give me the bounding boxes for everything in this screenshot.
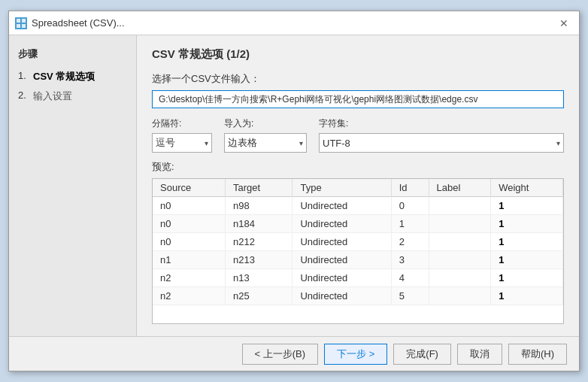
separator-group: 分隔符: 逗号 ▾ <box>152 117 212 153</box>
table-cell: 1 <box>491 215 563 233</box>
col-header-weight: Weight <box>491 179 563 197</box>
table-cell: n0 <box>153 197 226 215</box>
app-icon <box>15 17 27 29</box>
sidebar-item-num-1: 1. <box>18 70 30 81</box>
table-row: n1n213Undirected31 <box>153 251 563 269</box>
table-row: n2n13Undirected41 <box>153 269 563 287</box>
preview-table: Source Target Type Id Label Weight n0n98… <box>153 179 563 305</box>
svg-rect-0 <box>17 19 20 23</box>
help-button[interactable]: 帮助(H) <box>508 344 567 365</box>
table-cell: 5 <box>391 287 429 305</box>
section-title: CSV 常规选项 (1/2) <box>152 47 564 62</box>
charset-arrow-icon: ▾ <box>556 139 560 147</box>
sidebar-item-num-2: 2. <box>18 89 30 101</box>
separator-value: 逗号 <box>156 136 205 150</box>
table-cell: n0 <box>153 233 226 251</box>
table-cell: 1 <box>491 251 563 269</box>
table-cell: n1 <box>153 251 226 269</box>
table-cell: Undirected <box>292 197 391 215</box>
table-row: n2n25Undirected51 <box>153 287 563 305</box>
table-cell <box>429 197 491 215</box>
table-cell <box>429 233 491 251</box>
preview-table-container: Source Target Type Id Label Weight n0n98… <box>152 178 564 324</box>
table-cell <box>429 269 491 287</box>
sidebar: 步骤 1. CSV 常规选项 2. 输入设置 <box>9 35 137 336</box>
options-row: 分隔符: 逗号 ▾ 导入为: 边表格 ▾ 字符集: UTF <box>152 117 564 153</box>
table-cell: 4 <box>391 269 429 287</box>
col-header-target: Target <box>226 179 292 197</box>
dialog-footer: < 上一步(B) 下一步 > 完成(F) 取消 帮助(H) <box>9 336 579 371</box>
table-cell: n212 <box>226 233 292 251</box>
svg-rect-1 <box>22 19 26 23</box>
svg-rect-2 <box>17 24 20 28</box>
separator-arrow-icon: ▾ <box>205 139 208 147</box>
cancel-button[interactable]: 取消 <box>457 344 502 365</box>
table-cell: 2 <box>391 233 429 251</box>
table-cell: 1 <box>491 233 563 251</box>
table-cell: n0 <box>153 215 226 233</box>
finish-button[interactable]: 完成(F) <box>393 344 451 365</box>
table-cell: n2 <box>153 287 226 305</box>
import-as-arrow-icon: ▾ <box>299 139 303 147</box>
table-cell: 1 <box>391 215 429 233</box>
table-row: n0n212Undirected21 <box>153 233 563 251</box>
import-as-value: 边表格 <box>228 136 299 150</box>
sidebar-item-label-2: 输入设置 <box>33 89 72 103</box>
preview-label: 预览: <box>152 160 564 174</box>
main-content: CSV 常规选项 (1/2) 选择一个CSV文件输入： 分隔符: 逗号 ▾ 导入… <box>137 35 579 336</box>
table-cell: Undirected <box>292 215 391 233</box>
sidebar-item-import-settings: 2. 输入设置 <box>18 89 127 103</box>
title-bar: Spreadsheet (CSV)... ✕ <box>9 11 579 35</box>
table-cell: n2 <box>153 269 226 287</box>
table-cell: 0 <box>391 197 429 215</box>
col-header-type: Type <box>292 179 391 197</box>
dialog-title: Spreadsheet (CSV)... <box>32 17 125 29</box>
table-cell: n25 <box>226 287 292 305</box>
charset-select[interactable]: UTF-8 ▾ <box>319 133 564 153</box>
table-cell: Undirected <box>292 233 391 251</box>
sidebar-title: 步骤 <box>18 47 127 61</box>
dialog: Spreadsheet (CSV)... ✕ 步骤 1. CSV 常规选项 2.… <box>8 11 580 371</box>
charset-value: UTF-8 <box>323 138 556 149</box>
import-as-label: 导入为: <box>224 117 307 130</box>
charset-label: 字符集: <box>319 117 564 130</box>
table-body: n0n98Undirected01n0n184Undirected11n0n21… <box>153 197 563 305</box>
col-header-id: Id <box>391 179 429 197</box>
table-cell: n184 <box>226 215 292 233</box>
import-as-select[interactable]: 边表格 ▾ <box>224 133 307 153</box>
col-header-label: Label <box>429 179 491 197</box>
table-cell: n13 <box>226 269 292 287</box>
prev-button[interactable]: < 上一步(B) <box>242 344 319 365</box>
sidebar-item-label-1: CSV 常规选项 <box>33 70 95 83</box>
sidebar-item-csv-options: 1. CSV 常规选项 <box>18 70 127 83</box>
file-path-input[interactable] <box>152 90 564 108</box>
table-cell: Undirected <box>292 251 391 269</box>
table-cell <box>429 251 491 269</box>
table-row: n0n98Undirected01 <box>153 197 563 215</box>
svg-rect-3 <box>22 24 26 28</box>
close-button[interactable]: ✕ <box>555 14 573 32</box>
table-row: n0n184Undirected11 <box>153 215 563 233</box>
next-button[interactable]: 下一步 > <box>324 344 387 365</box>
table-cell: Undirected <box>292 269 391 287</box>
table-header-row: Source Target Type Id Label Weight <box>153 179 563 197</box>
separator-label: 分隔符: <box>152 117 212 130</box>
separator-select[interactable]: 逗号 ▾ <box>152 133 212 153</box>
table-cell <box>429 287 491 305</box>
table-cell: n213 <box>226 251 292 269</box>
dialog-body: 步骤 1. CSV 常规选项 2. 输入设置 CSV 常规选项 (1/2) 选择… <box>9 35 579 336</box>
table-cell: n98 <box>226 197 292 215</box>
table-cell: 3 <box>391 251 429 269</box>
charset-group: 字符集: UTF-8 ▾ <box>319 117 564 153</box>
import-as-group: 导入为: 边表格 ▾ <box>224 117 307 153</box>
table-cell: 1 <box>491 287 563 305</box>
table-cell <box>429 215 491 233</box>
file-label: 选择一个CSV文件输入： <box>152 72 564 86</box>
col-header-source: Source <box>153 179 226 197</box>
title-bar-left: Spreadsheet (CSV)... <box>15 17 125 29</box>
table-cell: 1 <box>491 197 563 215</box>
table-cell: Undirected <box>292 287 391 305</box>
table-cell: 1 <box>491 269 563 287</box>
